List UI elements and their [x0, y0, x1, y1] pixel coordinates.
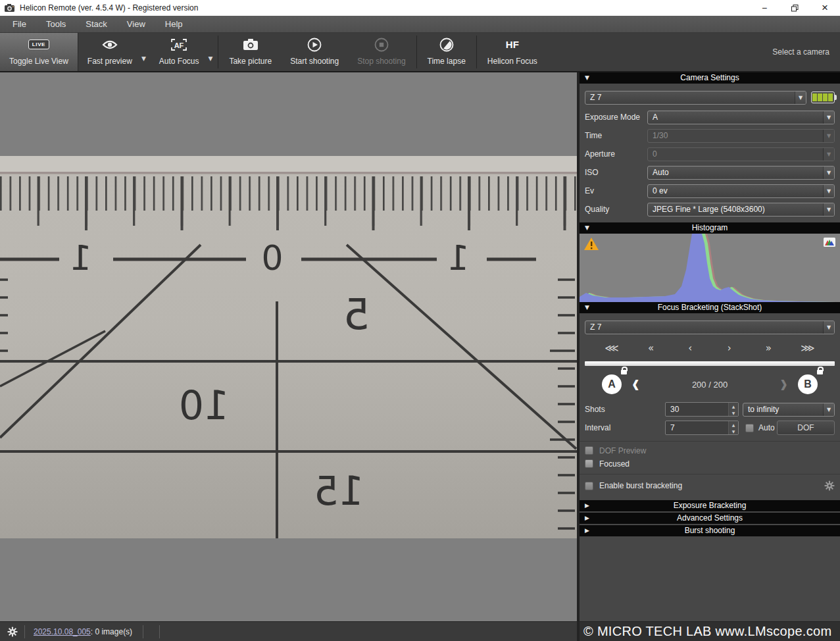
time-lapse-button[interactable]: Time lapse	[418, 33, 475, 71]
menu-file[interactable]: File	[3, 16, 36, 32]
statusbar-left: 2025.10.08_005 : 0 image(s)	[0, 621, 577, 641]
histogram-display	[580, 234, 840, 302]
helicon-focus-label: Helicon Focus	[487, 57, 537, 66]
toggle-live-view-label: Toggle Live View	[9, 57, 68, 66]
shots-label: Shots	[585, 405, 665, 414]
time-select[interactable]: 1/30 ▼	[647, 129, 835, 143]
camera-settings-header[interactable]: ▼ Camera Settings	[580, 72, 840, 84]
menu-help[interactable]: Help	[155, 16, 193, 32]
aperture-value: 0	[653, 149, 657, 159]
histogram-title: Histogram	[692, 223, 728, 232]
position-track[interactable]	[585, 361, 835, 366]
toolbar-separator	[218, 36, 218, 68]
app-camera-icon	[4, 3, 16, 13]
auto-focus-button[interactable]: AF Auto Focus	[150, 33, 209, 71]
focused-label: Focused	[599, 459, 630, 469]
statusbar: 2025.10.08_005 : 0 image(s) © MICRO TECH…	[0, 621, 840, 641]
fast-preview-dropdown-icon[interactable]: ▼	[141, 42, 150, 62]
ruler-number-1-right: 1	[447, 238, 469, 278]
helicon-remote-window: Helicon Remote (ver. 4.5.4 W) - Register…	[0, 0, 840, 641]
session-folder-link[interactable]: 2025.10.08_005	[34, 627, 91, 636]
move-far-back-button[interactable]: ⋘	[601, 340, 623, 356]
step-forward-button[interactable]: ›	[718, 340, 741, 356]
dof-preview-label: DOF Preview	[599, 446, 646, 455]
settings-gear-icon[interactable]	[7, 627, 18, 637]
burst-shooting-header[interactable]: ▶ Burst shooting	[580, 525, 840, 536]
stop-shooting-button[interactable]: Stop shooting	[348, 33, 414, 71]
next-position-button[interactable]: ›	[780, 368, 787, 398]
expand-triangle-icon: ▶	[585, 513, 589, 524]
prev-position-button[interactable]: ‹	[632, 368, 639, 398]
exposure-mode-value: A	[653, 113, 658, 122]
restore-button[interactable]	[779, 0, 810, 16]
exposure-bracketing-header[interactable]: ▶ Exposure Bracketing	[580, 500, 840, 511]
dropdown-arrow-icon: ▼	[823, 167, 834, 179]
minimize-button[interactable]: −	[749, 0, 779, 16]
advanced-settings-title: Advanced Settings	[677, 513, 743, 523]
aperture-select[interactable]: 0 ▼	[647, 147, 835, 161]
ruler-number-10: 10	[179, 382, 229, 428]
point-b-label: B	[804, 378, 812, 390]
spin-up-icon[interactable]: ▲	[729, 403, 738, 409]
focused-checkbox[interactable]	[585, 459, 593, 468]
time-lapse-icon	[439, 38, 454, 52]
menu-stack[interactable]: Stack	[76, 16, 117, 32]
stackshot-nav: ⋘ « ‹ › » ⋙	[580, 340, 840, 356]
move-far-forward-button[interactable]: ⋙	[797, 340, 819, 356]
select-camera-button[interactable]: Select a camera	[772, 47, 840, 57]
iso-select[interactable]: Auto ▼	[647, 166, 835, 180]
shots-mode-select[interactable]: to infinity ▼	[743, 403, 835, 417]
close-button[interactable]: ×	[810, 0, 840, 16]
enable-burst-checkbox[interactable]	[585, 482, 593, 490]
spin-down-icon[interactable]: ▼	[729, 428, 738, 434]
shots-stepper[interactable]: ▲▼	[665, 402, 739, 417]
move-forward-button[interactable]: »	[757, 340, 779, 356]
focus-bracketing-header[interactable]: ▼ Focus Bracketing (StackShot)	[580, 302, 840, 313]
eye-icon	[101, 39, 118, 51]
stackshot-device-select[interactable]: Z 7 ▼	[585, 320, 835, 334]
point-a-label: A	[608, 378, 616, 390]
menu-view[interactable]: View	[117, 16, 155, 32]
auto-focus-dropdown-icon[interactable]: ▼	[209, 42, 217, 62]
menu-tools[interactable]: Tools	[36, 16, 76, 32]
ruler-number-0: 0	[261, 238, 283, 278]
collapse-triangle-icon: ▼	[585, 72, 589, 84]
advanced-settings-header[interactable]: ▶ Advanced Settings	[580, 513, 840, 524]
toggle-live-view-button[interactable]: LIVE Toggle Live View	[0, 33, 78, 71]
dof-button[interactable]: DOF	[777, 421, 835, 435]
camera-model-select[interactable]: Z 7 ▼	[585, 91, 806, 105]
quality-select[interactable]: JPEG Fine * Large (5408x3600) ▼	[647, 203, 835, 217]
af-icon: AF	[170, 38, 188, 52]
interval-stepper[interactable]: ▲▼	[665, 421, 739, 435]
panel-divider	[580, 441, 840, 442]
ev-select[interactable]: 0 ev ▼	[647, 184, 835, 198]
exposure-mode-select[interactable]: A ▼	[647, 111, 835, 124]
take-picture-button[interactable]: Take picture	[220, 33, 281, 71]
auto-interval-checkbox[interactable]	[745, 424, 754, 432]
iso-label: ISO	[585, 168, 647, 177]
enable-burst-label: Enable burst bracketing	[599, 481, 682, 490]
quality-value: JPEG Fine * Large (5408x3600)	[653, 205, 765, 214]
spin-down-icon[interactable]: ▼	[729, 409, 738, 416]
point-b-button[interactable]: B	[798, 374, 818, 394]
warning-icon	[584, 238, 599, 250]
burst-shooting-title: Burst shooting	[685, 526, 735, 535]
dof-preview-checkbox[interactable]	[585, 446, 593, 455]
start-shooting-button[interactable]: Start shooting	[281, 33, 348, 71]
live-view[interactable]: 1 0 1 5 10 15	[0, 72, 577, 621]
step-back-button[interactable]: ‹	[679, 340, 701, 356]
spin-up-icon[interactable]: ▲	[729, 421, 738, 428]
aperture-label: Aperture	[585, 149, 647, 159]
quality-label: Quality	[585, 205, 647, 214]
move-back-button[interactable]: «	[640, 340, 662, 356]
time-value: 1/30	[653, 131, 668, 140]
burst-settings-gear-icon[interactable]	[824, 480, 835, 491]
histogram-mode-icon[interactable]	[824, 238, 835, 247]
histogram-chart	[580, 234, 840, 302]
fast-preview-button[interactable]: Fast preview	[78, 33, 141, 71]
toolbar-separator	[476, 36, 477, 68]
hf-icon: HF	[506, 39, 519, 50]
helicon-focus-button[interactable]: HF Helicon Focus	[478, 33, 547, 71]
point-a-button[interactable]: A	[602, 374, 622, 394]
histogram-header[interactable]: ▼ Histogram	[580, 222, 840, 234]
